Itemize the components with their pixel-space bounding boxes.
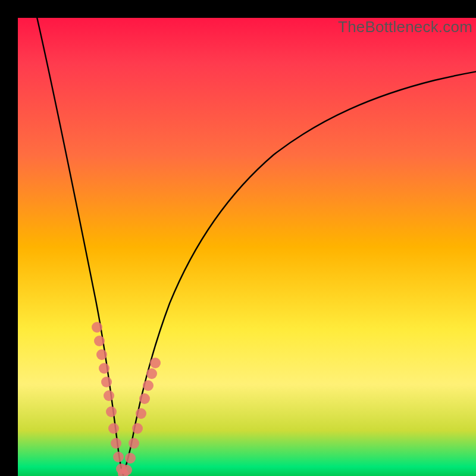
svg-point-6	[106, 406, 117, 417]
svg-point-1	[94, 336, 105, 346]
curve-markers	[92, 322, 161, 476]
svg-point-9	[113, 452, 124, 462]
svg-point-4	[101, 377, 112, 387]
svg-point-15	[132, 423, 143, 434]
svg-point-19	[146, 368, 157, 379]
svg-point-7	[108, 423, 119, 434]
svg-point-16	[136, 408, 146, 419]
bottleneck-curve	[18, 18, 476, 476]
svg-point-20	[150, 358, 161, 368]
svg-point-3	[99, 363, 109, 374]
svg-point-5	[104, 390, 114, 401]
curve-path	[36, 18, 476, 475]
svg-point-17	[139, 393, 150, 404]
plot-area: TheBottleneck.com	[18, 18, 476, 476]
chart-frame: TheBottleneck.com	[0, 0, 476, 476]
svg-point-8	[111, 438, 121, 449]
svg-point-0	[92, 322, 102, 333]
svg-point-13	[125, 453, 136, 464]
svg-point-12	[121, 465, 132, 475]
svg-point-14	[129, 438, 139, 449]
svg-point-2	[96, 349, 107, 360]
svg-point-18	[143, 380, 154, 391]
